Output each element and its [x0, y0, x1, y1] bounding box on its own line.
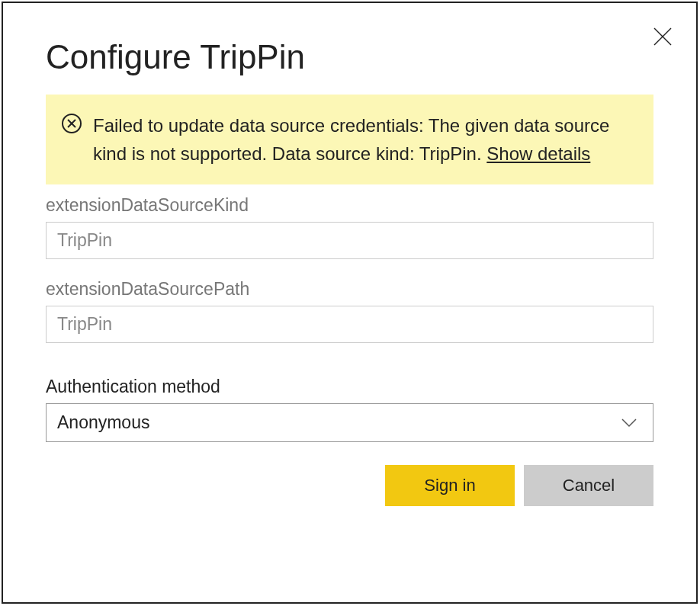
error-icon	[61, 113, 82, 137]
show-details-link[interactable]: Show details	[486, 143, 590, 164]
chevron-down-icon	[621, 412, 637, 433]
auth-method-select[interactable]: Anonymous	[46, 403, 653, 442]
dialog-title: Configure TripPin	[46, 38, 653, 76]
cancel-button[interactable]: Cancel	[524, 465, 653, 506]
field-label-kind: extensionDataSourceKind	[46, 195, 653, 216]
close-icon	[653, 27, 673, 46]
auth-method-value: Anonymous	[57, 412, 149, 433]
close-button[interactable]	[652, 26, 673, 47]
extension-datasource-path-input[interactable]	[46, 306, 653, 343]
sign-in-button[interactable]: Sign in	[385, 465, 515, 506]
configure-dialog: Configure TripPin Failed to update data …	[2, 2, 698, 604]
field-label-auth: Authentication method	[46, 377, 653, 397]
field-label-path: extensionDataSourcePath	[46, 279, 653, 300]
error-banner: Failed to update data source credentials…	[46, 95, 653, 184]
error-message: Failed to update data source credentials…	[93, 111, 635, 168]
extension-datasource-kind-input[interactable]	[46, 222, 653, 259]
button-row: Sign in Cancel	[46, 465, 653, 506]
